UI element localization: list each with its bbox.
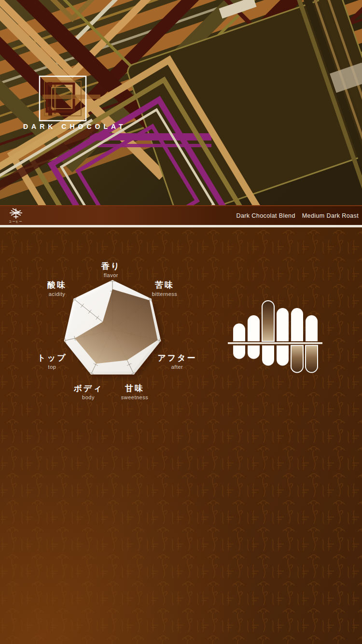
artwork-title: DARK CHOCOLAT xyxy=(23,123,126,130)
roast-level: Medium Dark Roast xyxy=(302,212,359,219)
axis-label-sweetness: 甘味 sweetness xyxy=(121,384,148,400)
axis-label-bitterness: 苦味 bitterness xyxy=(152,281,178,297)
header-bar: コーヒー Dark Chocolat Blend Medium Dark Roa… xyxy=(0,205,362,225)
roast-capsule-chart xyxy=(226,288,329,380)
axis-label-top: トップ top xyxy=(37,354,67,370)
axis-label-body: ボディ body xyxy=(73,384,103,400)
taste-radar-chart xyxy=(24,256,203,408)
page: DARK CHOCOLAT コーヒー Dark Chocolat Blend M… xyxy=(0,0,362,644)
artwork-canvas xyxy=(0,0,362,205)
axis-label-acidity: 酸味 acidity xyxy=(47,281,67,297)
product-info: Dark Chocolat Blend Medium Dark Roast xyxy=(237,206,359,225)
axis-label-flavor: 香り flavor xyxy=(101,262,121,278)
brand-text: コーヒー xyxy=(9,220,38,224)
abstract-artwork: DARK CHOCOLAT xyxy=(0,0,362,205)
brand-logo: コーヒー xyxy=(9,208,38,224)
axis-label-after: アフター after xyxy=(157,354,196,370)
brand-mark-icon xyxy=(9,208,23,219)
product-name: Dark Chocolat Blend xyxy=(237,212,295,219)
